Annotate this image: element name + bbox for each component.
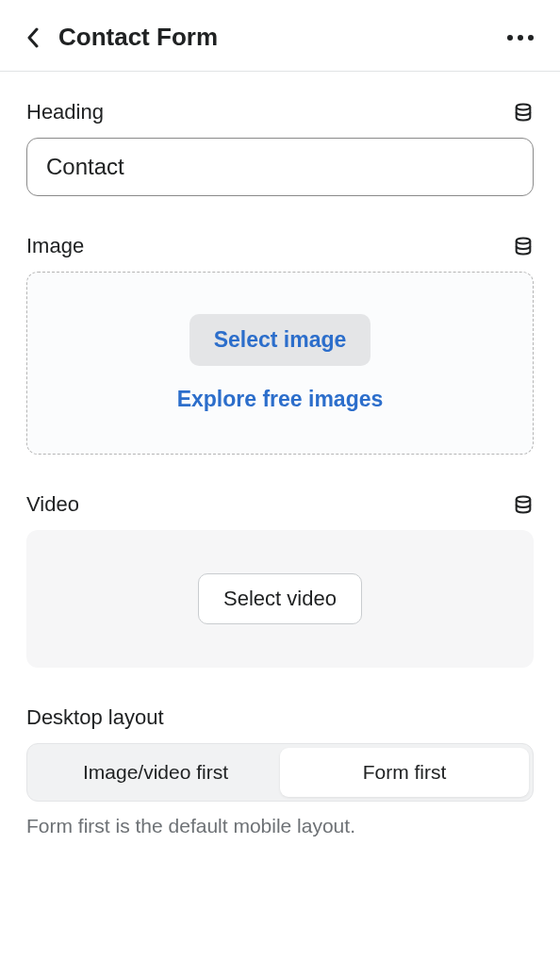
svg-point-2: [517, 497, 531, 503]
select-image-button[interactable]: Select image: [189, 314, 371, 366]
header: Contact Form: [0, 0, 560, 72]
heading-label-row: Heading: [26, 100, 534, 124]
more-icon[interactable]: [507, 35, 534, 41]
layout-segmented-control: Image/video first Form first: [26, 743, 534, 802]
page-title: Contact Form: [58, 23, 218, 52]
explore-free-images-link[interactable]: Explore free images: [177, 387, 384, 412]
database-icon[interactable]: [513, 102, 534, 123]
svg-point-0: [517, 105, 531, 110]
heading-label: Heading: [26, 100, 104, 124]
layout-helper-text: Form first is the default mobile layout.: [26, 815, 534, 837]
database-icon[interactable]: [513, 494, 534, 515]
video-dropzone[interactable]: Select video: [26, 530, 534, 668]
database-icon[interactable]: [513, 236, 534, 257]
content: Heading Image Select image: [0, 72, 560, 903]
heading-field-group: Heading: [26, 100, 534, 196]
heading-input[interactable]: [26, 138, 534, 196]
segment-image-video-first[interactable]: Image/video first: [31, 748, 280, 797]
svg-point-1: [517, 239, 531, 244]
video-field-group: Video Select video: [26, 492, 534, 668]
segment-form-first[interactable]: Form first: [280, 748, 529, 797]
layout-label: Desktop layout: [26, 705, 164, 730]
image-field-group: Image Select image Explore free images: [26, 234, 534, 455]
back-icon[interactable]: [26, 27, 40, 48]
image-label: Image: [26, 234, 84, 258]
select-video-button[interactable]: Select video: [198, 573, 362, 624]
video-label-row: Video: [26, 492, 534, 517]
image-dropzone[interactable]: Select image Explore free images: [26, 272, 534, 455]
layout-field-group: Desktop layout Image/video first Form fi…: [26, 705, 534, 837]
header-left: Contact Form: [26, 23, 218, 52]
layout-label-row: Desktop layout: [26, 705, 534, 730]
image-label-row: Image: [26, 234, 534, 258]
video-label: Video: [26, 492, 79, 517]
